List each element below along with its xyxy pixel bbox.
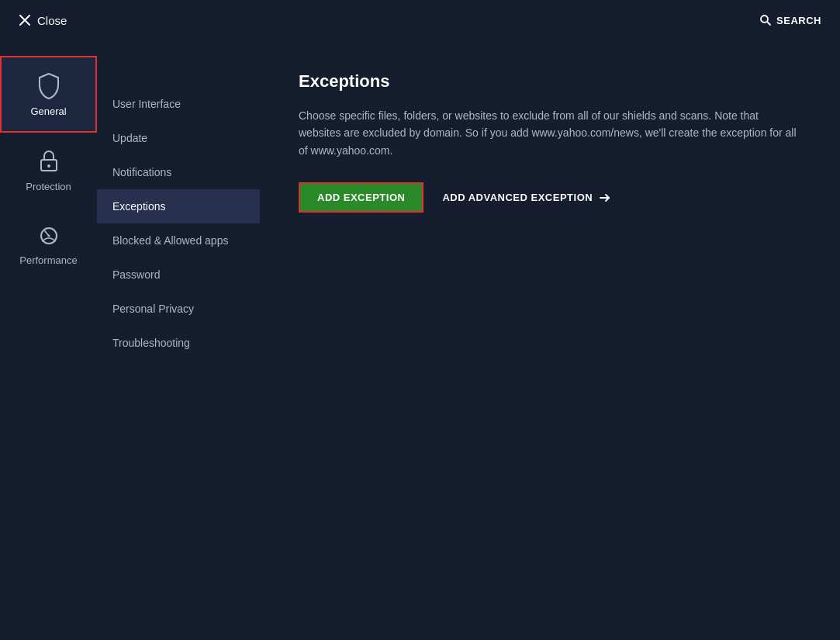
content-area: Exceptions Choose specific files, folder… bbox=[260, 40, 840, 640]
sidebar-item-protection[interactable]: Protection bbox=[0, 133, 97, 206]
nav-item-exceptions[interactable]: Exceptions bbox=[97, 189, 260, 223]
svg-line-3 bbox=[768, 22, 771, 26]
page-title: Exceptions bbox=[299, 71, 801, 92]
content-description: Choose specific files, folders, or websi… bbox=[299, 107, 801, 159]
main-layout: General Protection Performance User In bbox=[0, 40, 840, 640]
svg-point-5 bbox=[47, 164, 50, 168]
sidebar-item-performance[interactable]: Performance bbox=[0, 206, 97, 280]
close-label: Close bbox=[37, 14, 67, 27]
lock-icon bbox=[35, 147, 63, 175]
search-label: SEARCH bbox=[776, 15, 821, 26]
sidebar-performance-label: Performance bbox=[19, 254, 77, 266]
top-bar: Close SEARCH bbox=[0, 0, 840, 40]
svg-point-7 bbox=[47, 235, 50, 237]
nav-item-troubleshooting[interactable]: Troubleshooting bbox=[97, 326, 260, 360]
nav-item-blocked-allowed[interactable]: Blocked & Allowed apps bbox=[97, 223, 260, 258]
icon-sidebar: General Protection Performance bbox=[0, 40, 97, 640]
sidebar-general-label: General bbox=[30, 106, 66, 117]
nav-item-user-interface[interactable]: User Interface bbox=[97, 87, 260, 121]
search-icon bbox=[759, 14, 772, 26]
nav-item-personal-privacy[interactable]: Personal Privacy bbox=[97, 292, 260, 326]
gauge-icon bbox=[35, 220, 63, 248]
add-advanced-exception-button[interactable]: ADD ADVANCED EXCEPTION bbox=[442, 192, 611, 204]
nav-item-password[interactable]: Password bbox=[97, 258, 260, 292]
sidebar-item-general[interactable]: General bbox=[0, 56, 97, 133]
nav-sidebar: User Interface Update Notifications Exce… bbox=[97, 40, 260, 640]
search-button[interactable]: SEARCH bbox=[759, 14, 821, 26]
svg-point-2 bbox=[761, 16, 768, 22]
nav-item-update[interactable]: Update bbox=[97, 121, 260, 155]
shield-icon bbox=[35, 71, 63, 99]
arrow-right-icon bbox=[599, 192, 611, 204]
close-icon bbox=[19, 14, 31, 26]
nav-item-notifications[interactable]: Notifications bbox=[97, 155, 260, 189]
actions-row: ADD EXCEPTION ADD ADVANCED EXCEPTION bbox=[299, 182, 801, 213]
sidebar-protection-label: Protection bbox=[26, 181, 71, 192]
add-advanced-label: ADD ADVANCED EXCEPTION bbox=[442, 192, 593, 203]
close-button[interactable]: Close bbox=[19, 14, 67, 27]
add-exception-button[interactable]: ADD EXCEPTION bbox=[299, 182, 423, 213]
